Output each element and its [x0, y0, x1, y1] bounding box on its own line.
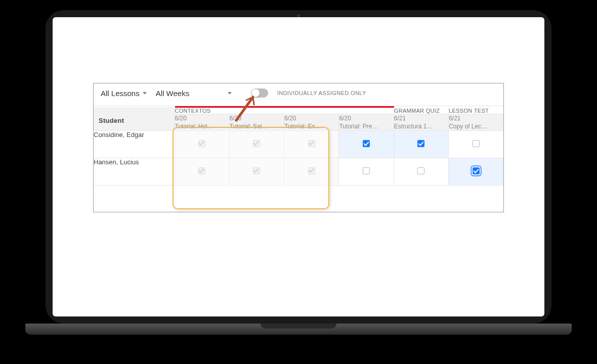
- student-name[interactable]: Considine, Edgar: [94, 131, 175, 158]
- activity-date: 6/20: [230, 114, 284, 122]
- assign-cell[interactable]: [284, 158, 339, 186]
- section-row: Student CONTEXTOS GRAMMAR QUIZ LESSON TE…: [94, 107, 503, 114]
- laptop-notch: [261, 324, 336, 329]
- caret-down-icon: [228, 92, 232, 95]
- assign-cell[interactable]: [449, 131, 503, 158]
- activity-header[interactable]: 6/20 Tutorial: Sal…: [229, 114, 284, 131]
- toggle-knob: [251, 89, 260, 97]
- toggle-label: INDIVIDUALLY ASSIGNED ONLY: [277, 90, 366, 96]
- activity-date: 6/21: [394, 114, 448, 122]
- activity-title: Tutorial: Hol…: [175, 122, 229, 130]
- activity-title: Estructura 1…: [394, 122, 448, 130]
- assign-cell[interactable]: [339, 131, 394, 158]
- activity-title: Tutorial: Sal…: [230, 122, 284, 130]
- assign-cell[interactable]: [339, 158, 394, 186]
- assign-cell[interactable]: [175, 131, 229, 158]
- assign-cell[interactable]: [449, 158, 503, 186]
- activity-header[interactable]: 6/21 Copy of Lec…: [449, 114, 503, 131]
- caret-down-icon: [143, 92, 147, 95]
- student-column-header: Student: [94, 107, 175, 131]
- activity-header[interactable]: 6/20 Tutorial: Hol…: [175, 114, 229, 131]
- assign-cell[interactable]: [175, 158, 229, 186]
- lessons-dropdown[interactable]: All Lessons: [101, 89, 147, 98]
- laptop-frame: All Lessons All Weeks INDIVIDUALLY ASSIG…: [46, 10, 551, 324]
- activity-header[interactable]: 6/20 Tutorial: Ex…: [284, 114, 339, 131]
- checkbox-icon: [473, 140, 480, 147]
- section-lesson-test: LESSON TEST: [449, 107, 503, 114]
- checkbox-icon: [253, 140, 260, 147]
- assignments-panel: All Lessons All Weeks INDIVIDUALLY ASSIG…: [93, 83, 504, 212]
- filter-bar: All Lessons All Weeks INDIVIDUALLY ASSIG…: [94, 83, 503, 106]
- assign-cell[interactable]: [284, 131, 339, 158]
- assign-cell[interactable]: [394, 158, 448, 186]
- activity-header[interactable]: 6/20 Tutorial: Pre…: [339, 114, 394, 131]
- activity-header[interactable]: 6/21 Estructura 1…: [394, 114, 448, 131]
- student-name[interactable]: Hansen, Lucius: [94, 158, 175, 186]
- checkbox-icon: [253, 167, 260, 174]
- section-contextos: CONTEXTOS: [175, 107, 394, 114]
- activity-date: 6/21: [449, 114, 503, 122]
- activity-date: 6/20: [175, 114, 229, 122]
- checkbox-icon: [363, 140, 370, 147]
- screen: All Lessons All Weeks INDIVIDUALLY ASSIG…: [53, 17, 544, 316]
- checkbox-icon: [198, 140, 205, 147]
- checkbox-icon: [417, 167, 424, 174]
- checkbox-icon: [473, 167, 480, 174]
- checkbox-icon: [363, 167, 370, 174]
- checkbox-icon: [198, 167, 205, 174]
- activity-title: Tutorial: Pre…: [339, 122, 393, 130]
- assign-cell[interactable]: [394, 131, 448, 158]
- lessons-dropdown-label: All Lessons: [101, 89, 140, 98]
- checkbox-icon: [308, 167, 315, 174]
- activity-title: Tutorial: Ex…: [284, 122, 338, 130]
- assign-cell[interactable]: [229, 131, 284, 158]
- weeks-dropdown-label: All Weeks: [156, 89, 189, 98]
- table-row: Hansen, Lucius: [94, 158, 503, 186]
- assignments-table: Student CONTEXTOS GRAMMAR QUIZ LESSON TE…: [94, 106, 503, 186]
- checkbox-icon: [308, 140, 315, 147]
- laptop-shadow: [40, 335, 557, 350]
- assign-cell[interactable]: [229, 158, 284, 186]
- activity-title: Copy of Lec…: [449, 122, 503, 130]
- individually-assigned-toggle[interactable]: [251, 88, 268, 98]
- table-row: Considine, Edgar: [94, 131, 503, 158]
- checkbox-icon: [417, 140, 424, 147]
- activity-date: 6/20: [284, 114, 338, 122]
- activity-date: 6/20: [339, 114, 393, 122]
- weeks-dropdown[interactable]: All Weeks: [156, 89, 232, 98]
- section-grammar-quiz: GRAMMAR QUIZ: [394, 107, 448, 114]
